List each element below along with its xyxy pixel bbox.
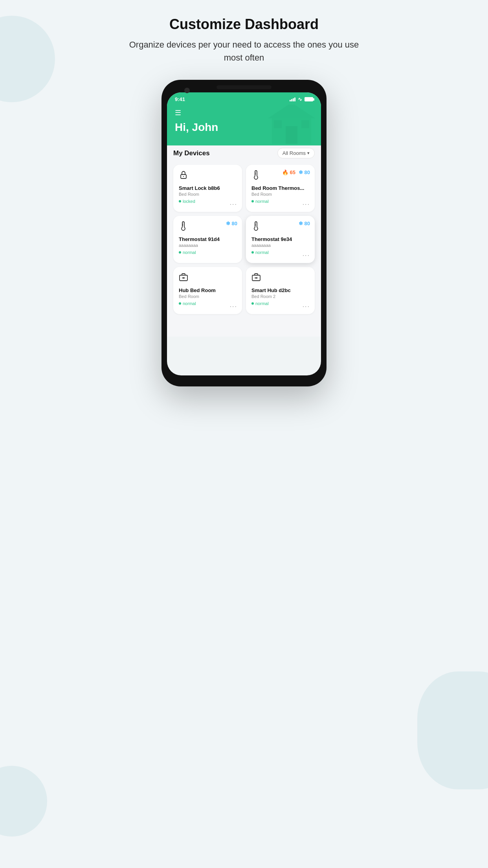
device-name: Hub Bed Room <box>179 287 237 293</box>
device-card-smart-hub-d2bc[interactable]: Smart Hub d2bc Bed Room 2 normal ··· <box>246 267 315 314</box>
wifi-icon: ∿ <box>298 96 302 102</box>
page-header: Customize Dashboard Organize devices per… <box>126 16 362 64</box>
background-blob-br <box>417 671 488 789</box>
app-header: ☰ Hi, John <box>167 105 321 145</box>
device-status: normal <box>179 250 237 255</box>
device-room: Bed Room <box>179 294 237 299</box>
device-status: locked <box>179 199 237 204</box>
status-bar: 9:41 ∿ <box>167 92 321 105</box>
device-room: aaaaaaaa <box>179 243 237 248</box>
chevron-down-icon: ▾ <box>307 151 310 156</box>
device-room: aaaaaaaa <box>251 243 309 248</box>
signal-icon <box>290 97 295 101</box>
house-illustration <box>266 105 317 145</box>
device-status: normal <box>251 199 309 204</box>
cool-temp: ❄ 80 <box>299 169 310 175</box>
svg-marker-0 <box>268 105 315 118</box>
svg-rect-2 <box>286 126 297 144</box>
device-status: normal <box>251 250 309 255</box>
device-name: Thermostat 91d4 <box>179 236 237 242</box>
cool-temp: ❄ 80 <box>299 221 310 226</box>
device-menu-dots[interactable]: ··· <box>230 303 237 310</box>
status-time: 9:41 <box>175 96 185 102</box>
temp-display: 🔥 65 ❄ 80 <box>282 169 310 175</box>
heat-temp: 🔥 65 <box>282 169 295 175</box>
devices-header: My Devices All Rooms ▾ <box>173 148 315 158</box>
lock-icon <box>179 170 237 182</box>
phone-frame: 9:41 ∿ ☰ Hi, John <box>161 80 327 386</box>
device-menu-dots[interactable]: ··· <box>230 201 237 208</box>
hub-icon <box>251 272 309 284</box>
devices-section: My Devices All Rooms ▾ <box>167 140 321 337</box>
device-room: Bed Room <box>179 192 237 197</box>
device-card-smart-lock[interactable]: Smart Lock b8b6 Bed Room locked ··· <box>173 165 242 212</box>
device-card-thermostat-9e34[interactable]: ❄ 80 Thermostat 9e34 aaaaaaaa normal <box>246 216 315 263</box>
background-blob-tl <box>0 16 55 102</box>
page-subtitle: Organize devices per your need to access… <box>126 38 362 64</box>
device-name: Bed Room Thermos... <box>251 185 309 191</box>
battery-icon <box>305 97 313 101</box>
device-status: normal <box>251 301 309 306</box>
phone-screen: 9:41 ∿ ☰ Hi, John <box>167 92 321 375</box>
device-menu-dots[interactable]: ··· <box>303 303 310 310</box>
all-rooms-filter[interactable]: All Rooms ▾ <box>277 148 315 158</box>
page-title: Customize Dashboard <box>126 16 362 33</box>
device-card-thermostat-91d4[interactable]: ❄ 80 Thermostat 91d4 aaaaaaaa normal <box>173 216 242 263</box>
device-card-thermostat-bedroom[interactable]: 🔥 65 ❄ 80 Bed Room Thermos... Bed Room <box>246 165 315 212</box>
device-grid: Smart Lock b8b6 Bed Room locked ··· 🔥 65… <box>173 165 315 314</box>
device-menu-dots[interactable]: ··· <box>303 201 310 208</box>
device-card-hub-bedroom[interactable]: Hub Bed Room Bed Room normal ··· <box>173 267 242 314</box>
cool-temp: ❄ 80 <box>226 221 237 226</box>
device-room: Bed Room 2 <box>251 294 309 299</box>
background-blob-bl <box>0 766 47 837</box>
svg-rect-3 <box>274 120 282 128</box>
device-name: Smart Hub d2bc <box>251 287 309 293</box>
device-name: Smart Lock b8b6 <box>179 185 237 191</box>
device-room: Bed Room <box>251 192 309 197</box>
device-name: Thermostat 9e34 <box>251 236 309 242</box>
temp-display: ❄ 80 <box>299 221 310 226</box>
all-rooms-label: All Rooms <box>283 150 306 156</box>
devices-section-title: My Devices <box>173 149 210 157</box>
svg-rect-4 <box>301 120 309 128</box>
device-menu-dots[interactable]: ··· <box>303 252 310 259</box>
device-status: normal <box>179 301 237 306</box>
temp-display: ❄ 80 <box>226 221 237 226</box>
status-icons: ∿ <box>290 96 313 102</box>
phone-notch <box>216 85 272 89</box>
hub-icon <box>179 272 237 284</box>
